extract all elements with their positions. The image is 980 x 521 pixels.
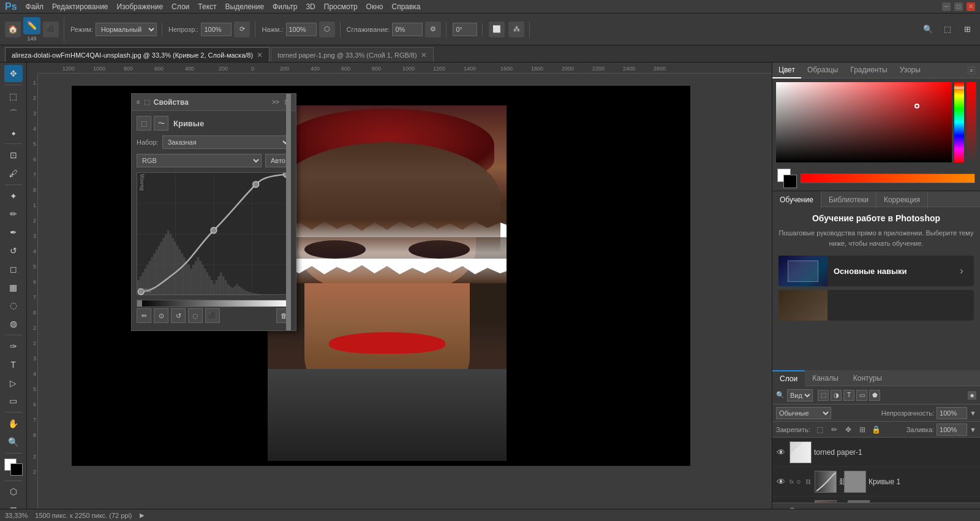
move-tool[interactable]: ✥ (4, 65, 23, 82)
curves-tool-1[interactable]: ✏ (137, 308, 151, 323)
layer-item-torned-paper[interactable]: 👁 torned paper-1 (772, 438, 980, 467)
layer-vis-torned[interactable]: 👁 (775, 446, 787, 458)
layers-tab-paths[interactable]: Контуры (846, 370, 889, 386)
eyedropper-tool[interactable]: 🖋 (4, 165, 23, 182)
shape-tool[interactable]: ▭ (4, 393, 23, 410)
menu-image[interactable]: Изображение (117, 2, 164, 11)
path-select-tool[interactable]: ▷ (4, 375, 23, 392)
menu-file[interactable]: Файл (26, 2, 44, 11)
maximize-button[interactable]: □ (954, 2, 963, 11)
gradient-right-slider[interactable] (286, 94, 291, 330)
fill-value-input[interactable]: 100% (937, 424, 967, 436)
text-tool[interactable]: T (4, 356, 23, 373)
dodge-tool[interactable]: ◍ (4, 315, 23, 332)
layers-filter-toggle[interactable]: ● (968, 391, 976, 400)
opacity-chevron[interactable]: ▼ (970, 409, 976, 417)
filter-smart-icon[interactable]: ⬟ (869, 390, 880, 401)
tab-2-close[interactable]: ✕ (421, 51, 427, 59)
filter-pixel-icon[interactable]: ⬚ (818, 390, 829, 401)
search-icon[interactable]: 🔍 (920, 21, 936, 37)
menu-view[interactable]: Просмотр (324, 2, 358, 11)
brush-mode-icon[interactable]: ⬛ (43, 21, 59, 37)
background-swatch[interactable] (783, 175, 797, 188)
smooth-settings-icon[interactable]: ⚙ (425, 21, 441, 37)
lock-artboard-icon[interactable]: ⊞ (856, 424, 869, 436)
tutorial-card-2[interactable] (778, 290, 974, 321)
opacity-pressure-icon[interactable]: ⟳ (234, 21, 250, 37)
properties-expand[interactable]: >> (271, 98, 280, 107)
close-button[interactable]: ✕ (967, 2, 975, 11)
zoom-tool[interactable]: 🔍 (4, 433, 23, 451)
menu-3d[interactable]: 3D (306, 2, 315, 11)
tab-document-2[interactable]: torned paper-1.png @ 33,3% (Слой 1, RGB/… (271, 47, 433, 62)
arrange-icon[interactable]: ⬚ (940, 21, 956, 37)
channel-select[interactable]: RGB (137, 154, 262, 167)
symmetry-icon[interactable]: ⁂ (508, 21, 524, 37)
blur-tool[interactable]: ◌ (4, 297, 23, 314)
eraser-tool[interactable]: ◻ (4, 260, 23, 278)
menu-layers[interactable]: Слои (172, 2, 189, 11)
gradient-left-slider[interactable] (137, 300, 142, 306)
color-panel-menu[interactable]: ≡ (968, 67, 975, 74)
tab-swatches[interactable]: Образцы (801, 63, 844, 78)
angle-input[interactable]: 0° (453, 23, 477, 36)
lock-all-icon[interactable]: 🔒 (870, 424, 883, 436)
fg-bg-colors[interactable] (777, 169, 797, 188)
layer-name-torned[interactable]: torned paper-1 (814, 448, 978, 457)
workspace-icon[interactable]: ⊞ (959, 21, 975, 37)
minimize-button[interactable]: ─ (942, 2, 951, 11)
layer-item-curves1[interactable]: 👁 fx ⊙ ⛓ ⛓ (772, 467, 980, 496)
opacity-value-input[interactable]: 100% (937, 407, 967, 419)
layers-tab-layers[interactable]: Слои (772, 370, 805, 386)
healing-brush-tool[interactable]: ✦ (4, 188, 23, 205)
pen-tool[interactable]: ✑ (4, 338, 23, 355)
selection-tool[interactable]: ⬚ (4, 88, 23, 105)
lasso-tool[interactable]: ⌒ (4, 106, 23, 123)
hue-slider[interactable] (954, 82, 964, 162)
gradient-tool[interactable]: ▦ (4, 279, 23, 296)
prop-curves-icon[interactable]: 〜 (154, 116, 168, 131)
opacity-input[interactable] (201, 23, 232, 36)
brush-tool[interactable]: ✏ (4, 205, 23, 222)
quick-mask-button[interactable]: ⬡ (4, 484, 23, 501)
foreground-color[interactable] (4, 458, 23, 476)
filter-text-icon[interactable]: T (843, 390, 854, 401)
smooth-input[interactable] (392, 23, 423, 36)
layer-name-curves1[interactable]: Кривые 1 (869, 477, 978, 486)
tab-libraries[interactable]: Библиотеки (821, 191, 876, 208)
menu-edit[interactable]: Редактирование (52, 2, 108, 11)
history-brush-tool[interactable]: ↺ (4, 242, 23, 259)
layers-kind-select[interactable]: Вид (787, 389, 813, 401)
curves-tool-3[interactable]: ↺ (171, 308, 186, 323)
curves-tool-2[interactable]: ⊙ (154, 308, 168, 323)
menu-help[interactable]: Справка (391, 2, 420, 11)
tab-correction[interactable]: Коррекция (876, 191, 928, 208)
prop-presets-icon[interactable]: ⬚ (137, 116, 151, 131)
curves-chart[interactable]: Вход Выход (137, 172, 291, 295)
menu-filter[interactable]: Фильтр (273, 2, 297, 11)
lock-paint-icon[interactable]: ✏ (828, 424, 840, 436)
tablet-pressure-icon[interactable]: ⬜ (489, 21, 505, 37)
tab-color[interactable]: Цвет (772, 63, 801, 78)
tab-document-1[interactable]: alireza-dolati-owFmHMC4QAI-unsplash.jpg … (5, 47, 270, 62)
tab-learn[interactable]: Обучение (772, 191, 821, 208)
lock-transparent-icon[interactable]: ⬚ (814, 424, 826, 436)
filter-shape-icon[interactable]: ▭ (856, 390, 867, 401)
fill-chevron[interactable]: ▼ (970, 426, 976, 433)
pressure-icon[interactable]: ⬡ (319, 21, 335, 37)
curves-tool-5[interactable]: ⬛ (205, 308, 220, 323)
blend-mode-select[interactable]: Обычные (776, 407, 831, 419)
alpha-slider[interactable] (967, 82, 976, 162)
menu-text[interactable]: Текст (198, 2, 216, 11)
home-button[interactable]: 🏠 (5, 21, 21, 37)
curves-tool-4[interactable]: ◌ (188, 308, 203, 323)
color-gradient-field[interactable] (776, 82, 952, 162)
tab-patterns[interactable]: Узоры (894, 63, 927, 78)
crop-tool[interactable]: ⊡ (4, 146, 23, 164)
lock-position-icon[interactable]: ✥ (842, 424, 854, 436)
layers-tab-channels[interactable]: Каналы (805, 370, 846, 386)
preset-select[interactable]: Заказная (162, 135, 291, 149)
mode-select[interactable]: Нормальный (96, 23, 157, 36)
pressure-input[interactable] (286, 23, 317, 36)
brush-tool-icon[interactable]: ✏️ (23, 17, 40, 34)
